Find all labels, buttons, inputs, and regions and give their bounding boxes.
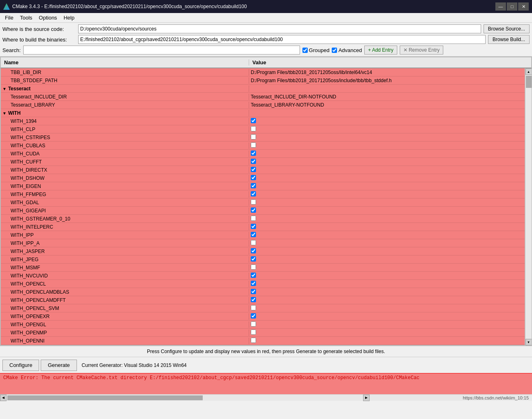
table-row[interactable]: WITH_MSMF: [1, 264, 525, 272]
advanced-checkbox-label[interactable]: Advanced: [332, 47, 362, 53]
entry-checkbox[interactable]: [251, 142, 256, 148]
group-name[interactable]: ▼WITH: [1, 110, 249, 116]
entry-checkbox[interactable]: [251, 159, 256, 164]
entry-name: TBB_STDDEF_PATH: [1, 77, 249, 84]
table-row[interactable]: WITH_CUFFT: [1, 158, 525, 166]
grouped-checkbox-label[interactable]: Grouped: [302, 47, 330, 53]
table-row[interactable]: WITH_OPENCL_SVM: [1, 304, 525, 312]
scroll-left-arrow[interactable]: ◀: [0, 395, 7, 401]
table-row[interactable]: WITH_FFMPEG: [1, 190, 525, 199]
vertical-scrollbar[interactable]: ▲ ▼: [525, 68, 532, 345]
horizontal-scrollbar[interactable]: ◀ ▶ https://bbs.csdn.net/wikiim_10:15: [0, 394, 532, 401]
grouped-checkbox[interactable]: [302, 48, 308, 53]
entry-checkbox[interactable]: [251, 240, 256, 245]
scroll-right-arrow[interactable]: ▶: [363, 395, 370, 401]
remove-entry-button[interactable]: ✕ Remove Entry: [400, 46, 443, 55]
entry-checkbox[interactable]: [251, 330, 256, 335]
entry-checkbox[interactable]: [251, 338, 256, 343]
close-button[interactable]: ✕: [518, 2, 529, 11]
entry-checkbox[interactable]: [251, 281, 256, 286]
table-row[interactable]: ▼WITH: [1, 109, 525, 117]
entry-value: [249, 207, 525, 214]
table-row[interactable]: WITH_GIGEAPI: [1, 207, 525, 215]
table-row[interactable]: Tesseract_INCLUDE_DIRTesseract_INCLUDE_D…: [1, 93, 525, 101]
generate-button[interactable]: Generate: [41, 360, 77, 371]
table-row[interactable]: WITH_OPENEXR: [1, 312, 525, 321]
table-row[interactable]: WITH_INTELPERC: [1, 223, 525, 231]
table-row[interactable]: ▼Tesseract: [1, 85, 525, 93]
configure-button[interactable]: Configure: [2, 360, 39, 371]
scroll-thumb[interactable]: [526, 76, 532, 88]
table-row[interactable]: WITH_OPENNI: [1, 337, 525, 345]
table-row[interactable]: WITH_GDAL: [1, 199, 525, 207]
entry-checkbox[interactable]: [251, 224, 256, 229]
entry-checkbox[interactable]: [251, 175, 256, 180]
h-scroll-thumb[interactable]: [7, 395, 203, 400]
browse-build-button[interactable]: Browse Build...: [488, 35, 530, 44]
scroll-down-arrow[interactable]: ▼: [525, 339, 532, 345]
table-row[interactable]: WITH_CUBLAS: [1, 142, 525, 150]
table-row[interactable]: WITH_DIRECTX: [1, 166, 525, 174]
table-body[interactable]: TBB_LIB_DIRD:/Program Files/tbb2018_2017…: [0, 68, 525, 345]
entry-checkbox[interactable]: [251, 305, 256, 310]
entry-checkbox[interactable]: [251, 134, 256, 140]
entry-name: WITH_IPP_A: [1, 240, 249, 247]
table-row[interactable]: WITH_GSTREAMER_0_10: [1, 215, 525, 223]
build-input[interactable]: [78, 35, 486, 44]
entry-checkbox[interactable]: [251, 167, 256, 172]
entry-checkbox[interactable]: [251, 289, 256, 294]
entry-checkbox[interactable]: [251, 273, 256, 278]
entry-name: WITH_GSTREAMER_0_10: [1, 216, 249, 222]
entry-checkbox[interactable]: [251, 264, 256, 270]
entry-checkbox[interactable]: [251, 216, 256, 221]
advanced-label: Advanced: [338, 47, 362, 53]
table-row[interactable]: WITH_OPENMP: [1, 329, 525, 337]
entry-checkbox[interactable]: [251, 313, 256, 319]
table-row[interactable]: Tesseract_LIBRARYTesseract_LIBRARY-NOTFO…: [1, 101, 525, 109]
search-input[interactable]: [23, 46, 300, 55]
scroll-up-arrow[interactable]: ▲: [525, 68, 532, 75]
table-row[interactable]: WITH_CUDA: [1, 150, 525, 158]
entry-value: [249, 183, 525, 190]
group-name[interactable]: ▼Tesseract: [1, 85, 249, 92]
menu-file[interactable]: File: [2, 14, 17, 22]
table-row[interactable]: TBB_STDDEF_PATHD:/Program Files/tbb2018_…: [1, 76, 525, 85]
add-entry-button[interactable]: + Add Entry: [364, 46, 397, 55]
entry-checkbox[interactable]: [251, 151, 256, 156]
advanced-checkbox[interactable]: [332, 48, 337, 53]
source-input[interactable]: [78, 24, 481, 33]
table-row[interactable]: WITH_NVCUVID: [1, 272, 525, 280]
table-row[interactable]: WITH_1394: [1, 117, 525, 125]
maximize-button[interactable]: □: [507, 2, 517, 11]
table-row[interactable]: WITH_DSHOW: [1, 174, 525, 182]
menu-options[interactable]: Options: [35, 14, 60, 22]
table-row[interactable]: WITH_JPEG: [1, 255, 525, 264]
entry-checkbox[interactable]: [251, 321, 256, 327]
entry-checkbox[interactable]: [251, 183, 256, 188]
entry-checkbox[interactable]: [251, 199, 256, 205]
table-row[interactable]: WITH_CSTRIPES: [1, 133, 525, 142]
table-row[interactable]: WITH_OPENCLAMDBLAS: [1, 288, 525, 296]
minimize-button[interactable]: —: [495, 2, 506, 11]
entry-checkbox[interactable]: [251, 248, 256, 253]
table-row[interactable]: TBB_LIB_DIRD:/Program Files/tbb2018_2017…: [1, 68, 525, 76]
table-row[interactable]: WITH_CLP: [1, 125, 525, 133]
entry-checkbox[interactable]: [251, 207, 256, 213]
entry-checkbox[interactable]: [251, 256, 256, 262]
table-row[interactable]: WITH_OPENGL: [1, 321, 525, 329]
entry-checkbox[interactable]: [251, 118, 256, 123]
table-row[interactable]: WITH_IPP_A: [1, 239, 525, 247]
table-row[interactable]: WITH_OPENCLAMDFFT: [1, 296, 525, 304]
table-row[interactable]: WITH_JASPER: [1, 247, 525, 255]
entry-checkbox[interactable]: [251, 297, 256, 302]
table-row[interactable]: WITH_OPENCL: [1, 280, 525, 288]
table-row[interactable]: WITH_IPP: [1, 231, 525, 239]
entry-checkbox[interactable]: [251, 191, 256, 196]
entry-checkbox[interactable]: [251, 126, 256, 131]
entry-checkbox[interactable]: [251, 232, 256, 237]
table-row[interactable]: WITH_EIGEN: [1, 182, 525, 190]
browse-source-button[interactable]: Browse Source...: [484, 24, 530, 33]
entry-value: [249, 158, 525, 166]
menu-tools[interactable]: Tools: [17, 14, 35, 22]
menu-help[interactable]: Help: [60, 14, 78, 22]
